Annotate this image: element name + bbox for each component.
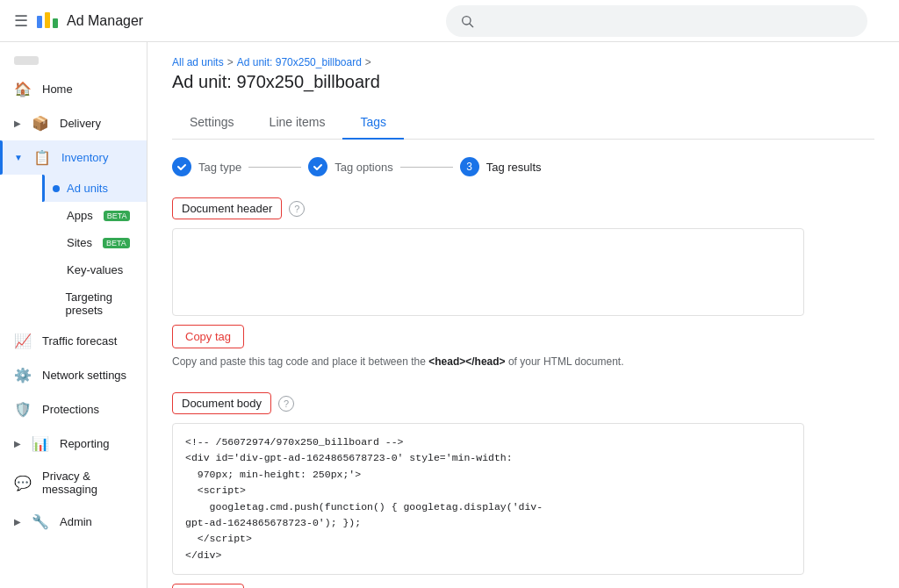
expand-icon: ▶ (14, 118, 21, 128)
document-header-section: Document header ? &lt;/script&gt; &lt;sc… (172, 197, 874, 368)
document-body-label: Document body (172, 392, 271, 414)
search-bar[interactable] (446, 5, 867, 37)
sidebar-item-reporting[interactable]: ▶ 📊 Reporting (0, 427, 147, 461)
sidebar-item-sites[interactable]: Sites BETA (42, 229, 147, 256)
checkmark-icon (313, 161, 323, 172)
shield-icon: 🛡️ (14, 401, 32, 418)
hint-suffix-1: of your HTML document. (506, 355, 624, 368)
sidebar-item-label: Ad units (67, 182, 108, 195)
svg-rect-0 (37, 16, 42, 28)
step-label-2: Tag options (334, 161, 393, 174)
hamburger-menu[interactable]: ☰ (14, 11, 28, 31)
sidebar-item-protections[interactable]: 🛡️ Protections (0, 392, 147, 427)
document-header-help[interactable]: ? (289, 201, 305, 217)
tab-line-items[interactable]: Line items (252, 106, 343, 140)
sidebar-item-ad-units[interactable]: Ad units (42, 175, 147, 202)
sidebar-item-label: Sites (67, 236, 92, 249)
step-circle-2 (308, 157, 327, 176)
page-title: Ad unit: 970x250_billboard (172, 72, 874, 92)
topnav: ☰ Ad Manager (0, 0, 899, 42)
sidebar-item-targeting-presets[interactable]: Targeting presets (42, 283, 147, 324)
sidebar-item-label: Reporting (60, 437, 109, 450)
sidebar-item-label: Traffic forecast (42, 334, 117, 348)
svg-line-4 (470, 24, 473, 27)
dot (53, 212, 60, 219)
step-circle-1 (172, 157, 191, 176)
reporting-icon: 📊 (32, 435, 49, 452)
sidebar-item-label: Protections (42, 403, 99, 416)
document-body-label-row: Document body ? (172, 392, 874, 414)
privacy-icon: 💬 (14, 475, 32, 491)
delivery-icon: 📦 (32, 115, 49, 132)
sidebar: 🏠 Home ▶ 📦 Delivery ▼ 📋 Inventory Ad uni… (0, 42, 147, 588)
breadcrumb-ad-unit[interactable]: Ad unit: 970x250_billboard (237, 56, 362, 68)
sites-badge: BETA (103, 238, 130, 248)
expand-icon: ▼ (14, 153, 23, 162)
inventory-subnav: Ad units Apps BETA Sites BETA Key-values… (0, 175, 147, 324)
tabs-bar: Settings Line items Tags (172, 106, 874, 140)
step-number-3: 3 (466, 161, 472, 173)
sidebar-item-privacy[interactable]: 💬 Privacy & messaging (0, 461, 147, 505)
sidebar-item-label: Apps (67, 209, 93, 222)
svg-rect-1 (45, 12, 50, 28)
sidebar-item-label: Inventory (61, 151, 108, 164)
apps-badge: BETA (104, 211, 131, 221)
sidebar-item-label: Network settings (42, 369, 126, 382)
document-header-label-row: Document header ? (172, 197, 874, 219)
sidebar-item-traffic-forecast[interactable]: 📈 Traffic forecast (0, 324, 147, 358)
checkmark-icon (176, 161, 187, 172)
breadcrumb-all-ad-units[interactable]: All ad units (172, 56, 224, 68)
tab-settings[interactable]: Settings (172, 106, 252, 140)
ad-manager-logo (35, 9, 60, 33)
expand-icon: ▶ (14, 517, 21, 527)
breadcrumb-sep1: > (227, 56, 234, 68)
sidebar-item-network-settings[interactable]: ⚙️ Network settings (0, 358, 147, 392)
document-header-label: Document header (172, 197, 282, 219)
sidebar-item-inventory[interactable]: ▼ 📋 Inventory (0, 140, 147, 175)
sidebar-item-label: Home (42, 82, 73, 96)
step-circle-3: 3 (460, 157, 479, 176)
hint-tag-1: <head></head> (428, 355, 505, 368)
step-tag-options: Tag options (308, 157, 393, 176)
svg-rect-2 (53, 18, 58, 28)
sidebar-account (0, 49, 147, 72)
sidebar-item-delivery[interactable]: ▶ 📦 Delivery (0, 106, 147, 140)
dot (53, 267, 60, 274)
copy-body-tag-button[interactable]: Copy tag (172, 584, 244, 588)
traffic-icon: 📈 (14, 333, 32, 349)
step-tag-type: Tag type (172, 157, 241, 176)
step-label-3: Tag results (486, 161, 542, 174)
sidebar-item-label: Privacy & messaging (42, 470, 133, 496)
inventory-icon: 📋 (33, 149, 51, 166)
sidebar-item-home[interactable]: 🏠 Home (0, 72, 147, 106)
sidebar-item-label: Key-values (67, 263, 123, 276)
tab-tags[interactable]: Tags (342, 106, 404, 140)
admin-icon: 🔧 (32, 513, 49, 530)
sidebar-item-label: Targeting presets (65, 290, 136, 317)
topnav-logo: ☰ Ad Manager (14, 9, 143, 33)
home-icon: 🏠 (14, 81, 32, 97)
hint-text-1: Copy and paste this tag code and place i… (172, 355, 428, 368)
sidebar-item-admin[interactable]: ▶ 🔧 Admin (0, 505, 147, 539)
document-body-help[interactable]: ? (278, 396, 294, 412)
sidebar-item-apps[interactable]: Apps BETA (42, 202, 147, 229)
topnav-title: Ad Manager (67, 13, 143, 29)
copy-header-tag-button[interactable]: Copy tag (172, 325, 244, 348)
sidebar-item-key-values[interactable]: Key-values (42, 256, 147, 283)
document-header-code: &lt;/script&gt; &lt;script&gt; window.go… (172, 228, 804, 316)
document-body-code: <!-- /56072974/970x250_billboard --> <di… (172, 423, 804, 575)
document-body-section: Document body ? <!-- /56072974/970x250_b… (172, 392, 874, 588)
stepper: Tag type Tag options 3 Tag results (172, 157, 874, 176)
step-tag-results: 3 Tag results (460, 157, 542, 176)
search-icon (460, 14, 474, 28)
step-label-1: Tag type (198, 161, 241, 174)
step-line-2 (400, 167, 453, 168)
step-line-1 (248, 167, 301, 168)
sidebar-item-label: Delivery (60, 117, 101, 130)
document-header-hint: Copy and paste this tag code and place i… (172, 355, 874, 368)
dot (53, 240, 60, 247)
expand-icon: ▶ (14, 439, 21, 448)
main-content: All ad units > Ad unit: 970x250_billboar… (147, 42, 899, 588)
breadcrumb-sep2: > (365, 56, 371, 68)
active-dot (53, 185, 60, 192)
